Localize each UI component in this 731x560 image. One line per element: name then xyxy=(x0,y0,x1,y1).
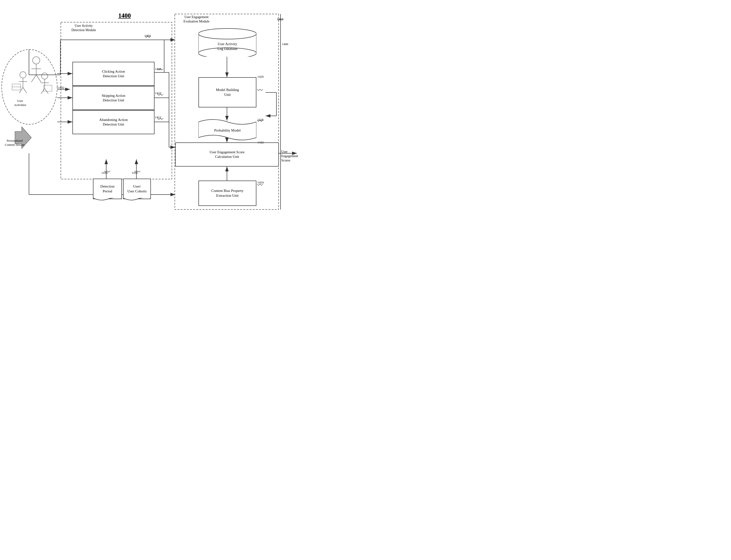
probability-model-shape: Probability Model xyxy=(198,118,256,141)
user-activity-detection-module-label: User ActivityDetection Module xyxy=(71,24,96,32)
ref-1414: 1414 xyxy=(101,171,108,175)
ref-1426: 1426 xyxy=(257,118,264,122)
user-engagement-scores-label: User EngagementScores xyxy=(281,150,304,163)
user-engagement-evaluation-module-label: User EngagementEvaluation Module xyxy=(183,15,210,24)
main-title: 1400 xyxy=(118,12,131,19)
user-cohorts: User/User Cohorts xyxy=(123,179,151,199)
ref-1422: 1422 xyxy=(257,140,264,144)
ref-1410: 1410 xyxy=(155,91,161,95)
ref-1416: 1416 xyxy=(132,171,138,175)
svg-point-42 xyxy=(20,72,26,78)
user-activity-db-cylinder: User Activity Log Database xyxy=(198,28,256,57)
svg-line-46 xyxy=(23,87,27,93)
ref-1420: 1420 xyxy=(257,75,264,79)
ref-1408: 1408 xyxy=(155,67,161,71)
skipping-action-detection-unit: Skipping ActionDetection Unit xyxy=(72,86,155,110)
svg-text:Probability Model: Probability Model xyxy=(214,128,241,132)
user-cohorts-doc-curl xyxy=(123,198,151,202)
ref-1412: 1412 xyxy=(155,115,161,119)
user-engagement-score-calculation-unit: User Engagement ScoreCalculation Unit xyxy=(175,142,279,167)
svg-line-40 xyxy=(31,75,36,82)
svg-text:User Activity: User Activity xyxy=(218,42,237,46)
svg-point-47 xyxy=(42,73,48,79)
svg-text:Log Database: Log Database xyxy=(218,47,238,51)
detection-period: DetectionPeriod xyxy=(93,179,122,199)
model-building-unit: Model BuildingUnit xyxy=(198,77,256,107)
svg-point-56 xyxy=(198,28,256,39)
detection-period-doc-curl xyxy=(93,198,122,202)
ref-1418: 1418 xyxy=(277,17,283,21)
personalized-content-stream-label: PersonalizedContent Stream xyxy=(5,139,24,147)
ref-1406: 1406 xyxy=(282,42,288,46)
users-illustration xyxy=(7,53,53,94)
svg-point-37 xyxy=(33,57,40,64)
ref-1404: 1404 xyxy=(144,34,151,38)
abandoning-action-detection-unit: Abandoning ActionDetection Unit xyxy=(72,110,155,134)
ref-1424: 1424 xyxy=(257,181,264,184)
ref-1402: 1402 xyxy=(58,86,64,90)
svg-line-41 xyxy=(36,75,41,82)
user-activities-label: UserActivities xyxy=(14,99,26,107)
diagram: 1400 xyxy=(0,0,304,232)
content-bias-property-extraction-unit: Content Bias PropertyExtraction Unit xyxy=(198,181,256,206)
clicking-action-detection-unit: Clicking ActionDetection Unit xyxy=(72,62,155,86)
